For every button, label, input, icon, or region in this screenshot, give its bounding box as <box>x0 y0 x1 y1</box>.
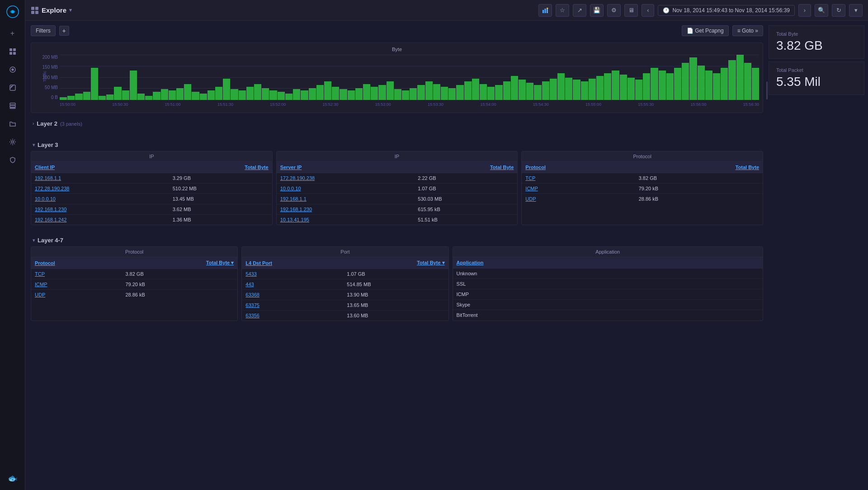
client-ip-byte-col-header[interactable]: Total Byte <box>169 162 272 173</box>
svg-rect-18 <box>35 11 38 14</box>
chart-bar <box>456 85 463 100</box>
dropdown-btn[interactable]: ▾ <box>849 4 863 17</box>
prev-time-btn[interactable]: ‹ <box>642 4 654 17</box>
circle-dot-icon[interactable] <box>5 61 21 78</box>
topbar: Explore ▾ ☆ ↗ 💾 ⚙ 🖥 ‹ 🕐 Nov 18, 2014 15:… <box>25 0 868 21</box>
plus-icon[interactable]: + <box>5 25 21 42</box>
chart-bars <box>60 55 759 100</box>
monitor-btn[interactable]: 🖥 <box>624 4 638 17</box>
chart-bar <box>682 63 689 100</box>
share-btn[interactable]: ↗ <box>573 4 586 17</box>
chart-bar <box>122 90 129 100</box>
chart-bar <box>620 75 627 100</box>
add-filter-button[interactable]: + <box>59 26 69 36</box>
l3-protocol-col-header[interactable]: Protocol <box>522 162 635 173</box>
l47-protocol-byte-col-header[interactable]: Total Byte ▾ <box>122 257 237 269</box>
chart-bar <box>417 85 425 100</box>
app-logo[interactable] <box>5 4 21 20</box>
total-packet-label: Total Packet <box>776 67 857 73</box>
server-ip-header: IP <box>277 151 518 162</box>
server-ip-col-header[interactable]: Server IP <box>277 162 415 173</box>
chart-bar <box>332 87 339 100</box>
application-col-header[interactable]: Application <box>453 257 763 269</box>
chart-bar <box>425 81 433 100</box>
table-row: 172.28.190.2382.22 GB <box>277 173 518 184</box>
svg-rect-20 <box>545 9 546 13</box>
table-row: TCP3.82 GB <box>31 269 237 279</box>
chart-bar <box>698 66 705 100</box>
chart-bar <box>231 89 238 100</box>
chart-bar <box>480 84 487 100</box>
chart-bar <box>239 90 246 100</box>
chart-add-btn[interactable] <box>538 4 552 17</box>
chart-y-axis: 200 MB 150 MB 100 MB 50 MB 0 B <box>35 55 60 100</box>
chart-bar <box>215 87 222 100</box>
table-row: ICMP <box>453 289 763 300</box>
chart-bar <box>581 81 588 100</box>
l3-protocol-data: Protocol Total Byte TCP3.82 GB ICMP79.20… <box>522 162 763 204</box>
svg-rect-11 <box>10 103 15 105</box>
goto-button[interactable]: ≡ Goto » <box>732 25 763 36</box>
layer47-header[interactable]: ▾ Layer 4-7 <box>31 234 763 246</box>
byte-chart: Byte 200 MB 150 MB 100 MB 50 MB 0 B Traf… <box>31 42 763 113</box>
chart-bar <box>635 80 642 100</box>
port-byte-col-header[interactable]: Total Byte ▾ <box>343 257 448 269</box>
svg-point-1 <box>11 10 14 13</box>
gear-btn[interactable]: ⚙ <box>607 4 621 17</box>
layer2-header[interactable]: › Layer 2 (3 panels) <box>31 118 763 130</box>
l47-protocol-col-header[interactable]: Protocol <box>31 257 122 269</box>
layer2-title: Layer 2 <box>37 120 57 127</box>
chart-bar <box>324 81 331 100</box>
svg-rect-5 <box>13 52 16 55</box>
save-btn[interactable]: 💾 <box>590 4 604 17</box>
chart-plot: 15:50:00 15:50:30 15:51:00 15:51:30 15:5… <box>60 55 759 109</box>
settings-icon[interactable] <box>5 134 21 150</box>
total-byte-value: 3.82 GB <box>776 38 857 53</box>
table-row: UDP28.86 kB <box>31 290 237 300</box>
chart-bar <box>433 84 440 100</box>
layer3-header[interactable]: ▾ Layer 3 <box>31 139 763 151</box>
table-row: Skype <box>453 300 763 310</box>
total-byte-label: Total Byte <box>776 31 857 37</box>
chart-bar <box>355 88 363 100</box>
layer3-title: Layer 3 <box>38 141 58 148</box>
chart-bar <box>472 79 479 100</box>
layer3-chevron: ▾ <box>33 142 35 147</box>
chart-bar <box>137 94 145 100</box>
table-row: 192.168.1.2303.62 MB <box>31 204 272 215</box>
tag-icon[interactable] <box>5 80 21 96</box>
chart-bar <box>689 57 697 100</box>
chart-bar <box>752 68 759 100</box>
filters-button[interactable]: Filters <box>31 25 56 36</box>
chart-bar <box>542 81 549 100</box>
shield-icon[interactable] <box>5 152 21 168</box>
chart-bar <box>309 88 316 100</box>
server-ip-byte-col-header[interactable]: Total Byte <box>414 162 517 173</box>
grid-icon[interactable] <box>5 43 21 60</box>
l3-protocol-byte-col-header[interactable]: Total Byte <box>635 162 763 173</box>
port-col-header[interactable]: L4 Dst Port <box>242 257 343 269</box>
server-ip-data: Server IP Total Byte 172.28.190.2382.22 … <box>277 162 518 225</box>
chart-bar <box>744 63 751 100</box>
sidebar: + <box>0 0 25 490</box>
server-icon[interactable] <box>5 98 21 114</box>
folder-icon[interactable] <box>5 116 21 132</box>
get-pcapng-button[interactable]: 📄 Get Pcapng <box>682 25 729 36</box>
table-row: 6337513.65 MB <box>242 300 448 311</box>
table-row: 443514.85 MB <box>242 279 448 290</box>
chart-bar <box>348 90 355 100</box>
chart-bar <box>441 87 448 100</box>
zoom-btn[interactable]: 🔍 <box>815 4 828 17</box>
l3-protocol-header: Protocol <box>522 151 763 162</box>
svg-rect-13 <box>10 108 15 108</box>
refresh-btn[interactable]: ↻ <box>832 4 845 17</box>
star-btn[interactable]: ☆ <box>556 4 569 17</box>
chart-bar <box>410 88 417 100</box>
client-ip-col-header[interactable]: Client IP <box>31 162 169 173</box>
layer3-section: ▾ Layer 3 IP Client IP Total Byte <box>31 139 763 225</box>
table-row: 6336813.90 MB <box>242 290 448 300</box>
next-time-btn[interactable]: › <box>798 4 811 17</box>
chart-bar <box>75 94 82 100</box>
fish-icon[interactable]: 🐟 <box>5 470 21 486</box>
table-row: 172.28.190.238510.22 MB <box>31 184 272 194</box>
